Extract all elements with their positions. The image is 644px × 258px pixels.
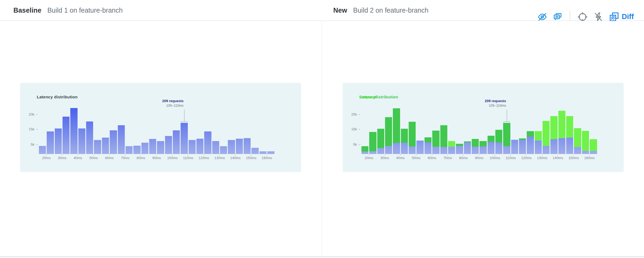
x-axis-tick-label: 20ms xyxy=(38,156,54,160)
histogram-bar xyxy=(377,129,384,154)
comparison-header: Baseline Build 1 on feature-branch New B… xyxy=(0,0,644,21)
bar-segment xyxy=(165,136,172,154)
x-axis-tick-label: 150ms xyxy=(243,156,259,160)
histogram-bar xyxy=(118,125,125,154)
diff-highlight-segment xyxy=(440,125,447,147)
latency-chart-new-diff: Latency Request distribution 209 request… xyxy=(343,83,624,172)
histogram-bar xyxy=(527,131,534,154)
x-axis-tick-label: 150ms xyxy=(566,156,582,160)
bar-segment xyxy=(495,142,502,154)
bar-segment xyxy=(157,141,164,154)
x-axis-tick-mark xyxy=(46,154,47,156)
y-axis-tick-mark xyxy=(358,129,360,130)
histogram-bar xyxy=(196,139,203,154)
x-axis-tick-label: 50ms xyxy=(408,156,424,160)
x-axis-tick-mark xyxy=(235,154,236,156)
histogram-bar xyxy=(133,146,140,154)
comments-icon xyxy=(553,12,562,22)
y-axis-tick-label: 20k xyxy=(345,112,357,117)
bar-segment xyxy=(55,128,62,154)
x-axis-tick-label: 30ms xyxy=(54,156,70,160)
crosshair-icon xyxy=(577,12,588,22)
x-axis-tick-mark xyxy=(204,154,204,156)
x-axis-tick-label: 90ms xyxy=(149,156,165,160)
bar-segment xyxy=(141,143,148,154)
diff-squares-icon xyxy=(609,12,619,22)
bar-segment xyxy=(582,151,589,154)
diff-button-label: Diff xyxy=(622,13,634,21)
histogram-bar xyxy=(543,121,550,154)
x-axis-tick-label: 70ms xyxy=(117,156,133,160)
x-axis-tick-label: 110ms xyxy=(180,156,196,160)
histogram-bar xyxy=(582,131,589,154)
x-axis-tick-mark xyxy=(385,154,385,156)
histogram-bar xyxy=(425,137,431,154)
x-axis-tick-label: 40ms xyxy=(392,156,408,160)
hide-baseline-button[interactable] xyxy=(537,12,547,22)
x-axis-tick-mark xyxy=(219,154,220,156)
histogram-bar xyxy=(141,143,148,154)
histogram-bar xyxy=(495,130,502,154)
comments-button[interactable] xyxy=(553,12,562,22)
x-axis-tick-label: 90ms xyxy=(471,156,487,160)
bar-segment xyxy=(488,142,495,154)
bar-segment xyxy=(472,147,479,154)
pixel-inspect-button[interactable] xyxy=(577,12,588,22)
new-panel: Latency Request distribution 209 request… xyxy=(322,21,644,256)
histogram-bar xyxy=(519,138,526,154)
histogram-bar xyxy=(558,111,565,154)
disable-animations-button[interactable] xyxy=(593,12,603,22)
histogram-bar xyxy=(165,136,172,154)
x-axis-tick-label: 60ms xyxy=(424,156,440,160)
bar-segment xyxy=(385,146,392,154)
x-axis-tick-mark xyxy=(558,154,558,156)
histogram-bar xyxy=(550,116,557,154)
histogram-bar xyxy=(401,129,408,154)
x-axis-tick-label: 140ms xyxy=(227,156,243,160)
baseline-label: Baseline xyxy=(13,6,41,14)
bar-segment xyxy=(118,125,125,154)
eye-off-icon xyxy=(537,12,547,22)
x-axis-tick-label: 120ms xyxy=(518,156,535,160)
histogram-bar xyxy=(157,141,164,154)
histogram-bar xyxy=(126,146,133,154)
histogram-plot xyxy=(39,83,280,154)
histogram-bar xyxy=(47,131,54,154)
bar-segment xyxy=(519,140,526,154)
new-label: New xyxy=(333,6,347,14)
diff-highlight-segment xyxy=(574,128,581,147)
bar-segment xyxy=(228,140,235,154)
bar-segment xyxy=(149,139,156,154)
histogram-bar xyxy=(204,131,211,154)
histogram-bar xyxy=(149,139,156,154)
diff-highlight-segment xyxy=(527,131,534,137)
bar-segment xyxy=(416,141,423,154)
diff-toggle-button[interactable]: Diff xyxy=(609,12,634,22)
x-axis-tick-mark xyxy=(109,154,110,156)
baseline-build-name: Build 1 on feature-branch xyxy=(47,6,123,14)
bar-segment xyxy=(393,143,400,154)
histogram-bar xyxy=(432,131,439,154)
new-build-name: Build 2 on feature-branch xyxy=(353,6,429,14)
diff-highlight-segment xyxy=(535,131,542,141)
diff-highlight-segment xyxy=(488,136,495,142)
histogram-bar xyxy=(102,138,109,154)
diff-highlight-segment xyxy=(543,121,550,146)
histogram-bar xyxy=(212,141,219,154)
bar-segment xyxy=(39,146,46,154)
diff-highlight-segment xyxy=(361,146,368,152)
baseline-panel: Latency distribution 209 requests 105–11… xyxy=(0,21,322,256)
histogram-bar xyxy=(361,146,368,154)
diff-highlight-segment xyxy=(480,141,486,146)
diff-highlight-segment xyxy=(409,122,416,146)
x-axis-tick-mark xyxy=(93,154,94,156)
histogram-bar xyxy=(251,148,258,154)
diff-highlight-segment xyxy=(550,116,557,139)
x-axis-tick-mark xyxy=(463,154,464,156)
diff-highlight-segment xyxy=(369,132,376,151)
histogram-bar xyxy=(464,141,471,154)
x-axis-tick-label: 160ms xyxy=(581,156,598,160)
diff-highlight-segment xyxy=(590,139,597,151)
bar-segment xyxy=(361,152,368,154)
y-axis-tick-mark xyxy=(36,114,38,115)
